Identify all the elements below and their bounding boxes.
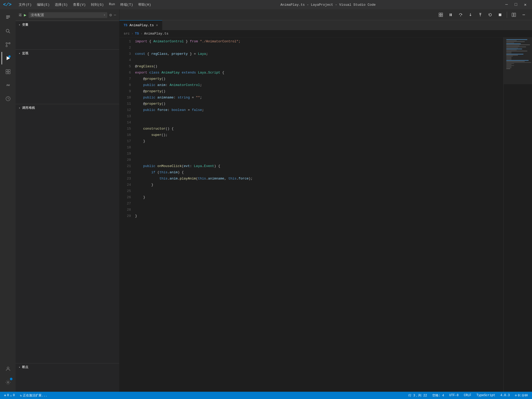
layout-icon[interactable]	[437, 11, 445, 19]
step-over-icon[interactable]	[456, 11, 465, 19]
code-line[interactable]: public animname: string = "";	[133, 95, 503, 101]
code-line[interactable]: }	[133, 138, 503, 144]
code-line[interactable]: const { regClass, property } = Laya;	[133, 51, 503, 57]
encoding[interactable]: UTF-8	[448, 392, 460, 399]
close-button[interactable]: ✕	[522, 2, 529, 7]
timer-icon: ⊙	[515, 394, 517, 397]
timer-status[interactable]: ⊙ 0:分钟	[514, 392, 529, 399]
code-line[interactable]: public onMouseClick(evt: Laya.Event) {	[133, 163, 503, 169]
menu-terminal[interactable]: 终端(T)	[118, 2, 135, 8]
activity-source-control[interactable]	[2, 38, 14, 51]
code-line[interactable]: @property()	[133, 76, 503, 82]
code-content[interactable]: import { AnimatorControl } from "./Anima…	[133, 37, 503, 392]
line-ending[interactable]: CRLF	[463, 392, 473, 399]
more-actions-icon[interactable]: ⋯	[520, 11, 528, 19]
line-number: 25	[122, 188, 131, 194]
more-icon[interactable]: ⋯	[114, 13, 116, 17]
code-line[interactable]: }	[133, 182, 503, 188]
code-line[interactable]: @regClass()	[133, 63, 503, 70]
error-icon: ⊗	[4, 394, 6, 397]
config-dropdown[interactable]: 没有配置 ▾	[29, 12, 107, 18]
code-line[interactable]	[133, 201, 503, 207]
maximize-button[interactable]: □	[512, 2, 520, 7]
code-line[interactable]	[133, 188, 503, 194]
code-line[interactable]: import { AnimatorControl } from "./Anima…	[133, 38, 503, 45]
ts-version-text: 4.0.3	[500, 394, 510, 397]
activity-debug[interactable]: !	[2, 52, 14, 64]
code-line[interactable]	[133, 144, 503, 151]
menu-edit[interactable]: 编辑(E)	[35, 2, 52, 8]
svg-rect-0	[6, 16, 10, 16]
split-editor-icon[interactable]	[510, 11, 518, 19]
minimap-slider[interactable]	[504, 37, 532, 84]
code-line[interactable]	[133, 45, 503, 51]
activity-account[interactable]	[2, 363, 14, 375]
vscode-logo: </>	[3, 2, 11, 7]
stop-icon[interactable]	[496, 11, 504, 19]
variables-content	[16, 29, 119, 49]
code-line[interactable]	[133, 207, 503, 213]
line-number: 28	[122, 207, 131, 213]
pause-icon[interactable]	[447, 11, 455, 19]
svg-line-19	[8, 99, 9, 99]
gear-icon[interactable]: ⚙	[109, 12, 112, 18]
language-mode[interactable]: TypeScript	[475, 392, 496, 399]
code-line[interactable]: constructor() {	[133, 126, 503, 132]
window-title: AnimaPlay.ts - LayaProject - Visual Stud…	[280, 3, 376, 7]
cursor-position[interactable]: 行 3，列 22	[407, 392, 428, 399]
errors-status[interactable]: ⊗ 0 ⚠ 0	[3, 392, 16, 399]
code-line[interactable]: }	[133, 194, 503, 201]
code-line[interactable]: @property()	[133, 101, 503, 107]
code-line[interactable]	[133, 119, 503, 126]
menu-goto[interactable]: 转到(G)	[89, 2, 106, 8]
code-line[interactable]: @property()	[133, 88, 503, 95]
tab-animaplay[interactable]: TS AnimaPlay.ts ×	[119, 20, 162, 30]
svg-rect-27	[451, 14, 452, 16]
activity-search[interactable]	[2, 25, 14, 37]
breadcrumb-file[interactable]: AnimaPlay.ts	[144, 32, 169, 36]
indentation[interactable]: 空格: 4	[431, 392, 445, 399]
code-line[interactable]: super();	[133, 132, 503, 138]
code-line[interactable]: if (this.anim) {	[133, 169, 503, 176]
menu-help[interactable]: 帮助(H)	[136, 2, 153, 8]
menu-select[interactable]: 选择(S)	[53, 2, 70, 8]
minimize-button[interactable]: ─	[503, 2, 510, 7]
activity-explorer[interactable]	[2, 11, 14, 24]
code-line[interactable]	[133, 157, 503, 163]
variables-header[interactable]: ▾ 变量	[16, 21, 119, 29]
code-line[interactable]	[133, 113, 503, 119]
line-number: 15	[122, 126, 131, 132]
warning-count: 0	[13, 394, 15, 397]
code-line[interactable]	[133, 57, 503, 63]
menu-view[interactable]: 查看(V)	[71, 2, 88, 8]
activity-settings[interactable]	[2, 376, 14, 389]
watch-header[interactable]: ▾ 监视	[16, 50, 119, 57]
code-line[interactable]: export class AnimaPlay extends Laya.Scri…	[133, 70, 503, 76]
svg-point-20	[7, 367, 9, 369]
code-line[interactable]: this.anim.playAnim(this.animname, this.f…	[133, 176, 503, 182]
restart-icon[interactable]	[486, 11, 494, 19]
line-number: 12	[122, 107, 131, 113]
typescript-version[interactable]: 4.0.3	[499, 392, 511, 399]
activity-bar: ! AW	[0, 9, 16, 392]
tab-close-button[interactable]: ×	[156, 23, 158, 28]
activity-extensions[interactable]	[2, 65, 14, 78]
code-line[interactable]: public anim: AnimatorControl;	[133, 82, 503, 88]
menu-run[interactable]: Run	[107, 2, 117, 8]
svg-rect-33	[512, 13, 514, 17]
breakpoints-header[interactable]: ▾ 断点	[16, 363, 119, 371]
callstack-header[interactable]: ▾ 调用堆栈	[16, 104, 119, 112]
activating-status[interactable]: ↻ 正在激活扩展...	[19, 392, 48, 399]
activity-timeline[interactable]	[2, 92, 14, 105]
breadcrumb-src[interactable]: src	[124, 32, 130, 36]
activity-remote[interactable]: AW	[2, 79, 14, 91]
status-bar: ⊗ 0 ⚠ 0 ↻ 正在激活扩展... 行 3，列 22 空格: 4 UTF-8…	[0, 392, 532, 399]
code-line[interactable]: public force: boolean = false;	[133, 107, 503, 113]
run-button[interactable]: ▶	[24, 12, 26, 18]
code-line[interactable]	[133, 151, 503, 157]
step-out-icon[interactable]	[476, 11, 484, 19]
line-number: 22	[122, 169, 131, 176]
step-into-icon[interactable]	[466, 11, 475, 19]
menu-file[interactable]: 文件(F)	[17, 2, 34, 8]
code-line[interactable]: }	[133, 213, 503, 219]
